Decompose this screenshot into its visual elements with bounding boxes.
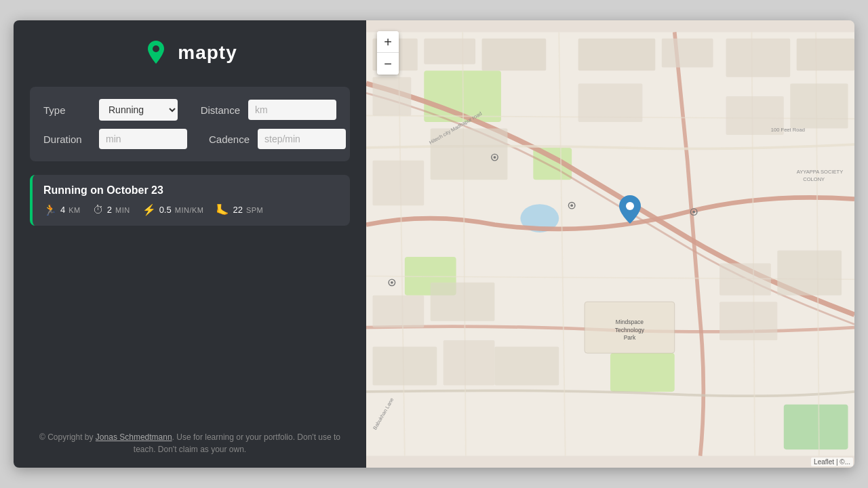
svg-rect-9 [424,39,475,64]
svg-text:COLONY: COLONY [803,176,825,182]
sidebar: mapty Type Running Cycling Distance Dura… [14,20,366,468]
stat-cadence: 🦶 22 SPM [216,203,263,216]
svg-point-43 [692,211,695,214]
pace-value: 0.5 [159,205,172,215]
cadence-value: 22 [233,205,242,215]
svg-text:AYYAPPA SOCIETY: AYYAPPA SOCIETY [797,169,844,175]
svg-rect-24 [777,250,842,295]
distance-label: Distance [186,104,240,116]
map-credit: Leaflet | ©... [811,458,853,466]
logo-icon [142,39,170,66]
svg-rect-22 [431,283,495,321]
svg-point-0 [153,45,159,52]
svg-rect-28 [494,347,559,386]
map-controls: + − [377,31,399,75]
svg-rect-13 [662,39,713,68]
zoom-out-button[interactable]: − [377,53,399,75]
map-marker [619,195,641,226]
form-row-duration: Duration Cadence [43,129,336,149]
map-svg: Mindspace Technology Park Hitech city Ma… [366,20,854,468]
distance-value: 4 [60,205,65,215]
svg-rect-14 [726,39,791,77]
stat-distance: 🏃 4 KM [43,203,81,216]
svg-point-46 [626,202,634,210]
workout-form: Type Running Cycling Distance Duration C… [30,87,350,161]
stat-duration: ⏱ 2 MIN [93,203,130,216]
lightning-icon: ⚡ [142,203,156,216]
svg-rect-23 [719,263,771,295]
cadence-label: Cadence [195,134,250,145]
duration-input[interactable] [99,129,187,149]
svg-point-45 [391,281,393,284]
footer-copyright: © Copyright by [39,432,96,442]
type-select[interactable]: Running Cycling [99,99,178,121]
zoom-in-button[interactable]: + [377,31,399,53]
duration-value: 2 [107,205,112,215]
svg-text:Park: Park [624,334,636,341]
pace-unit: MIN/KM [175,206,204,214]
sidebar-footer: © Copyright by Jonas Schmedtmann. Use fo… [14,431,366,455]
svg-rect-25 [719,302,777,340]
svg-rect-16 [372,161,424,205]
svg-point-39 [494,156,496,159]
distance-input[interactable] [248,100,336,120]
form-row-type: Type Running Cycling Distance [43,99,336,121]
svg-rect-15 [797,39,854,70]
logo-area: mapty [14,20,366,80]
svg-rect-26 [372,347,437,386]
workout-list: Running on October 23 🏃 4 KM ⏱ 2 MIN ⚡ [30,175,350,468]
duration-unit: MIN [115,206,130,214]
svg-rect-5 [610,353,675,392]
svg-point-41 [570,204,573,207]
map-container[interactable]: Mindspace Technology Park Hitech city Ma… [366,20,854,468]
svg-text:Mindspace: Mindspace [616,319,644,325]
running-icon: 🏃 [43,203,57,216]
svg-rect-18 [578,83,643,122]
svg-rect-6 [784,405,848,449]
svg-rect-12 [578,39,656,70]
cadence-input[interactable] [258,129,346,149]
distance-unit: KM [68,206,81,214]
svg-rect-11 [372,77,411,116]
svg-rect-20 [790,83,848,128]
app-title: mapty [178,42,237,64]
svg-text:100 Feet Road: 100 Feet Road [771,127,805,133]
type-label: Type [43,104,91,116]
duration-label: Duration [43,134,91,145]
workout-title: Running on October 23 [43,184,339,197]
workout-item[interactable]: Running on October 23 🏃 4 KM ⏱ 2 MIN ⚡ [30,175,350,226]
clock-icon: ⏱ [93,204,104,216]
workout-stats: 🏃 4 KM ⏱ 2 MIN ⚡ 0.5 MIN/KM [43,203,339,216]
svg-rect-10 [482,39,547,70]
location-pin-icon [619,195,641,224]
cadence-unit: SPM [246,206,263,214]
svg-text:Technology: Technology [615,327,645,333]
stat-pace: ⚡ 0.5 MIN/KM [142,203,204,216]
steps-icon: 🦶 [216,203,229,216]
svg-rect-21 [372,296,424,327]
svg-rect-27 [443,340,495,385]
footer-author-link[interactable]: Jonas Schmedtmann [96,432,172,442]
